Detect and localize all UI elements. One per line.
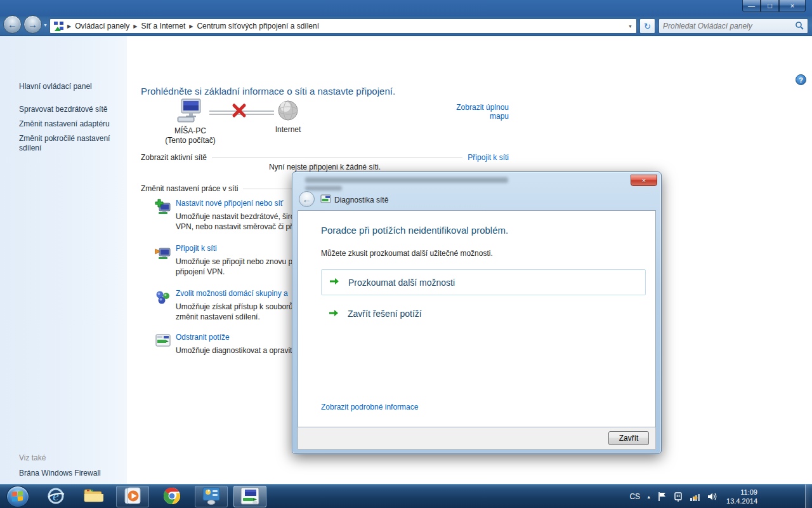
active-networks-header: Zobrazit aktivní sítě <box>141 153 207 162</box>
address-bar[interactable]: ▶ Ovládací panely ▶ Síť a Internet ▶ Cen… <box>49 18 637 34</box>
dialog-close-button[interactable]: × <box>631 175 657 186</box>
action-center-flag-icon[interactable] <box>657 491 667 502</box>
taskbar-wmp-button[interactable] <box>116 486 149 507</box>
dialog-titlebar: × ← Diagnostika sítě <box>298 172 656 210</box>
taskbar-explorer-button[interactable] <box>77 486 110 507</box>
map-computer-node[interactable]: MÍŠA-PC (Tento počítač) <box>162 98 219 145</box>
green-arrow-icon <box>329 277 339 288</box>
minimize-button[interactable]: — <box>742 0 761 12</box>
sidebar-item-windows-firewall[interactable]: Brána Windows Firewall <box>19 469 121 478</box>
task-item: Připojit k síti Umožňuje se připojit neb… <box>155 244 292 277</box>
sidebar-item-control-panel-home[interactable]: Hlavní ovládací panel <box>19 82 121 91</box>
see-also-header: Viz také <box>19 453 46 462</box>
breadcrumb-separator-icon[interactable]: ▶ <box>133 23 137 29</box>
search-icon <box>795 21 804 32</box>
sidebar: Hlavní ovládací panel Spravovat bezdráto… <box>0 36 127 484</box>
network-diagnostics-dialog: × ← Diagnostika sítě Poradce při potížíc… <box>292 171 662 454</box>
option-explore-additional[interactable]: Prozkoumat další možnosti <box>321 269 646 295</box>
search-box[interactable] <box>658 18 808 34</box>
task-description: Umožňuje získat přístup k souborů změnit… <box>176 302 293 322</box>
new-connection-icon <box>155 199 171 215</box>
volume-icon[interactable] <box>707 491 717 502</box>
task-description: Umožňuje diagnostikovat a opravit <box>176 345 292 356</box>
refresh-button[interactable]: ↻ <box>639 18 655 34</box>
breadcrumb-separator-icon[interactable]: ▶ <box>67 23 71 29</box>
media-player-icon <box>123 486 142 507</box>
close-button[interactable]: × <box>779 0 806 12</box>
address-dropdown-icon[interactable]: ▼ <box>628 24 632 29</box>
troubleshoot-icon <box>155 333 171 349</box>
glass-ghost-text <box>305 186 342 190</box>
control-panel-icon <box>201 486 221 507</box>
internet-explorer-icon: e <box>46 486 65 507</box>
breadcrumb-control-panel[interactable]: Ovládací panely <box>75 22 129 30</box>
search-input[interactable] <box>663 22 795 30</box>
hidden-icons-chevron[interactable]: ▲ <box>646 495 651 499</box>
breadcrumb-network-internet[interactable]: Síť a Internet <box>141 22 185 30</box>
task-item: Nastavit nové připojení nebo síť Umožňuj… <box>155 199 294 232</box>
forward-button[interactable]: → <box>23 15 42 34</box>
network-diagnostics-icon <box>240 486 260 507</box>
task-link-troubleshoot[interactable]: Odstranit potíže <box>176 333 292 342</box>
windows-logo-icon <box>12 491 23 502</box>
sidebar-item-change-adapter[interactable]: Změnit nastavení adaptéru <box>19 119 121 129</box>
sidebar-item-advanced-sharing[interactable]: Změnit pokročilé nastavení sdílení <box>19 134 121 153</box>
task-item: Zvolit možnosti domácí skupiny a Umožňuj… <box>155 289 293 322</box>
full-map-link[interactable]: Zobrazit úplnou mapu <box>435 103 509 121</box>
connection-error-icon[interactable] <box>231 102 247 121</box>
network-diagnostics-icon <box>320 194 331 206</box>
clock[interactable]: 11:09 13.4.2014 <box>726 488 757 505</box>
network-status-text: Nyní nejste připojeni k žádné síti. <box>141 163 509 171</box>
chrome-icon <box>162 486 181 507</box>
language-indicator[interactable]: CS <box>629 492 640 501</box>
dialog-back-button[interactable]: ← <box>299 191 315 207</box>
breadcrumb-separator-icon[interactable]: ▶ <box>189 23 193 29</box>
minimize-icon: — <box>748 3 755 10</box>
taskbar-control-panel-button[interactable] <box>195 486 228 507</box>
recent-pages-dropdown[interactable]: ▼ <box>43 23 48 27</box>
back-arrow-icon: ← <box>8 19 17 30</box>
map-internet-node[interactable]: Internet <box>270 100 306 135</box>
task-link-new-connection[interactable]: Nastavit nové připojení nebo síť <box>176 199 294 208</box>
task-description: Umožňuje se připojit nebo znovu p připoj… <box>176 257 292 277</box>
computer-icon <box>176 116 204 124</box>
internet-label: Internet <box>270 125 306 135</box>
dialog-body: Poradce při potížích neidentifikoval pro… <box>298 210 656 427</box>
breadcrumb-network-sharing-center[interactable]: Centrum síťových připojení a sdílení <box>197 22 319 30</box>
taskbar-ie-button[interactable]: e <box>39 486 72 507</box>
task-link-homegroup[interactable]: Zvolit možnosti domácí skupiny a <box>176 289 293 298</box>
show-desktop-button[interactable] <box>805 485 812 508</box>
maximize-button[interactable]: □ <box>761 0 779 12</box>
connect-to-network-link[interactable]: Připojit k síti <box>468 153 509 162</box>
divider <box>212 157 462 158</box>
task-item: Odstranit potíže Umožňuje diagnostikovat… <box>155 333 292 356</box>
forward-arrow-icon: → <box>28 19 37 30</box>
dialog-title: Diagnostika sítě <box>334 196 388 204</box>
detailed-information-link[interactable]: Zobrazit podrobné informace <box>321 403 418 411</box>
tray-date: 13.4.2014 <box>726 497 757 505</box>
connect-network-icon <box>155 244 171 260</box>
restore-icon: □ <box>768 3 772 10</box>
power-plug-icon[interactable] <box>673 491 683 502</box>
folder-icon <box>84 488 104 506</box>
option-close-troubleshooter[interactable]: Zavřít řešení potíží <box>321 304 646 323</box>
globe-icon <box>277 114 299 123</box>
navigation-toolbar: ← → ▼ ▶ Ovládací panely ▶ Síť a Internet… <box>0 17 812 36</box>
help-icon[interactable]: ? <box>796 74 806 85</box>
sidebar-item-manage-wireless[interactable]: Spravovat bezdrátové sítě <box>19 105 121 114</box>
taskbar-chrome-button[interactable] <box>155 486 188 507</box>
close-dialog-button[interactable]: Zavřít <box>608 431 649 445</box>
taskbar-network-diagnostics-button[interactable] <box>233 486 266 507</box>
close-icon: × <box>790 3 794 10</box>
start-button[interactable] <box>6 486 29 507</box>
window-controls: — □ × <box>742 0 806 12</box>
active-networks-section: Zobrazit aktivní sítě Připojit k síti <box>141 153 509 162</box>
network-center-icon <box>54 22 63 31</box>
dialog-subtext: Můžete zkusit prozkoumat další užitečné … <box>321 249 493 258</box>
dialog-heading: Poradce při potížích neidentifikoval pro… <box>321 225 508 236</box>
network-status-icon[interactable] <box>690 491 701 502</box>
change-settings-header: Změnit nastavení práce v síti <box>141 184 238 193</box>
back-button[interactable]: ← <box>3 15 22 34</box>
task-link-connect[interactable]: Připojit k síti <box>176 244 292 253</box>
refresh-icon: ↻ <box>644 22 651 31</box>
